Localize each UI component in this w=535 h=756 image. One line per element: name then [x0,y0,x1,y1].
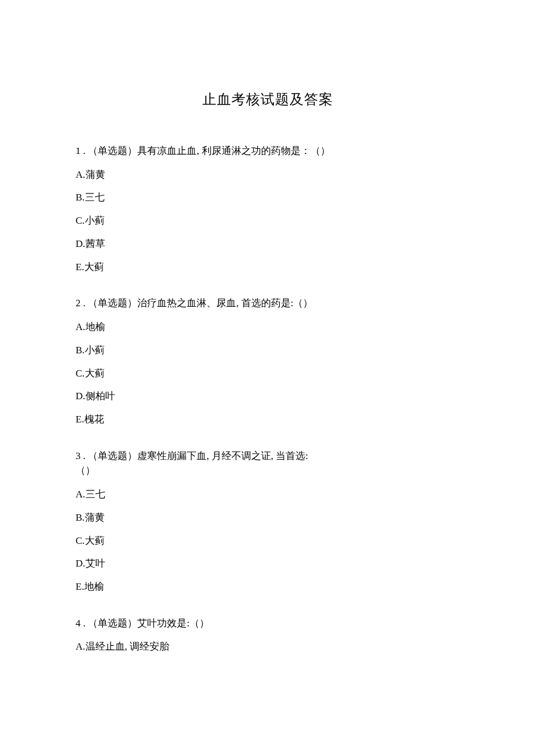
question-1-body: （单选题）具有凉血止血, 利尿通淋之功的药物是：（） [88,145,330,156]
question-2-stem: 2 . （单选题）治疗血热之血淋、尿血, 首选的药是:（） [76,296,459,311]
question-3-option-d: D.艾叶 [76,557,459,571]
question-3-stem: 3 . （单选题）虚寒性崩漏下血, 月经不调之证, 当首选: （） [76,449,459,478]
question-2-number: 2 . [76,298,85,309]
question-1-option-b: B.三七 [76,191,459,205]
question-2-option-d: D.侧柏叶 [76,389,459,403]
question-1-stem: 1 . （单选题）具有凉血止血, 利尿通淋之功的药物是：（） [76,144,459,159]
question-1-option-a: A.蒲黄 [76,168,459,182]
question-4-stem: 4 . （单选题）艾叶功效是:（） [76,616,459,631]
question-1-number: 1 . [76,145,85,156]
question-2-option-c: C.大蓟 [76,367,459,381]
question-4: 4 . （单选题）艾叶功效是:（） A.温经止血, 调经安胎 [76,616,459,654]
question-3-option-a: A.三七 [76,488,459,501]
question-3-stem-line2: （） [76,465,95,476]
question-3-option-e: E.地榆 [76,580,459,594]
question-2-option-a: A.地榆 [76,320,459,334]
question-1-option-d: D.茜草 [76,237,459,251]
question-3-number: 3 . [76,450,85,461]
question-2: 2 . （单选题）治疗血热之血淋、尿血, 首选的药是:（） A.地榆 B.小蓟 … [76,296,459,426]
question-2-option-e: E.槐花 [76,413,459,427]
question-1-option-c: C.小蓟 [76,214,459,228]
question-4-option-a: A.温经止血, 调经安胎 [76,640,459,654]
question-3-body: （单选题）虚寒性崩漏下血, 月经不调之证, 当首选: [88,450,308,461]
question-2-body: （单选题）治疗血热之血淋、尿血, 首选的药是:（） [88,298,313,309]
question-3-option-c: C.大蓟 [76,534,459,548]
question-3: 3 . （单选题）虚寒性崩漏下血, 月经不调之证, 当首选: （） A.三七 B… [76,449,459,594]
question-4-body: （单选题）艾叶功效是:（） [88,618,209,629]
page-title: 止血考核试题及答案 [76,90,459,109]
question-2-option-b: B.小蓟 [76,343,459,357]
question-3-option-b: B.蒲黄 [76,511,459,525]
question-1: 1 . （单选题）具有凉血止血, 利尿通淋之功的药物是：（） A.蒲黄 B.三七… [76,144,459,274]
question-1-option-e: E.大蓟 [76,260,459,274]
question-4-number: 4 . [76,618,85,629]
